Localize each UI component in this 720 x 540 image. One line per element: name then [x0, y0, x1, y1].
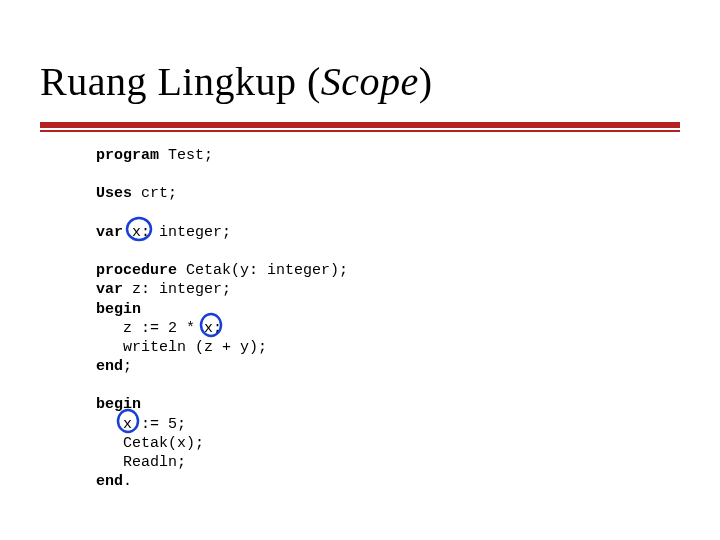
- kw-var: var: [96, 224, 123, 241]
- code-text: ;: [123, 358, 132, 375]
- code-text: .: [123, 473, 132, 490]
- title-text-close: ): [419, 59, 433, 104]
- circled-var-x-decl: x:: [132, 223, 150, 242]
- kw-begin-main: begin: [96, 396, 141, 413]
- circled-var-x-use2: x: [123, 415, 132, 434]
- title-area: Ruang Lingkup (Scope): [0, 0, 720, 112]
- code-text: Test;: [159, 147, 213, 164]
- code-text: Cetak(x);: [96, 435, 204, 452]
- kw-program: program: [96, 147, 159, 164]
- code-text: x;: [204, 320, 222, 337]
- kw-end-proc: end: [96, 358, 123, 375]
- code-text: z := 2 *: [96, 320, 204, 337]
- code-text: x: [123, 416, 132, 433]
- slide: Ruang Lingkup (Scope) program Test; Uses…: [0, 0, 720, 540]
- kw-procedure: procedure: [96, 262, 177, 279]
- code-block: program Test; Uses crt; var x: integer; …: [0, 132, 720, 491]
- code-text: [123, 224, 132, 241]
- code-text: writeln (z + y);: [96, 339, 267, 356]
- code-text: integer;: [150, 224, 231, 241]
- code-text: z: integer;: [123, 281, 231, 298]
- kw-var-local: var: [96, 281, 123, 298]
- title-text-italic: Scope: [321, 59, 419, 104]
- code-text: := 5;: [132, 416, 186, 433]
- kw-uses: Uses: [96, 185, 132, 202]
- code-text: Cetak(y: integer);: [177, 262, 348, 279]
- title-rule-thick: [40, 122, 680, 130]
- code-text: crt;: [132, 185, 177, 202]
- code-text: [96, 416, 123, 433]
- kw-end-main: end: [96, 473, 123, 490]
- title-rule-gap: [40, 128, 680, 130]
- title-text-plain: Ruang Lingkup (: [40, 59, 321, 104]
- code-text: x:: [132, 224, 150, 241]
- circled-var-x-use1: x;: [204, 319, 222, 338]
- code-text: Readln;: [96, 454, 186, 471]
- slide-title: Ruang Lingkup (Scope): [40, 60, 680, 104]
- kw-begin-proc: begin: [96, 301, 141, 318]
